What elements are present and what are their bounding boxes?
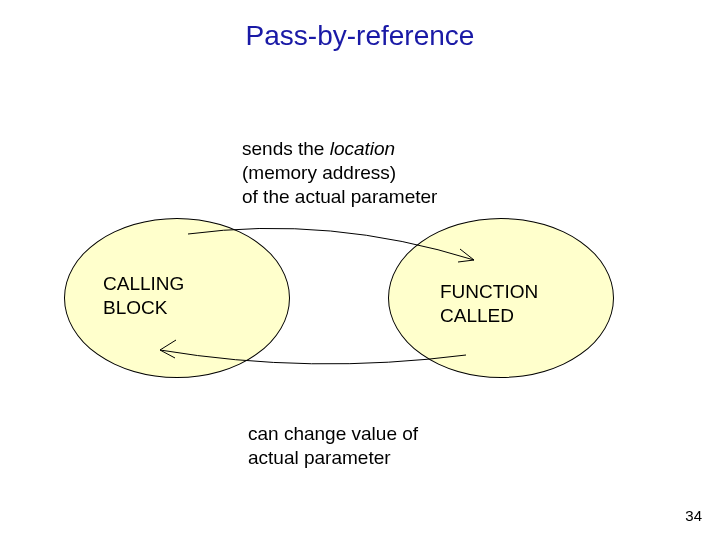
function-called-label-line2: CALLED xyxy=(440,304,538,328)
bottom-annotation: can change value of actual parameter xyxy=(248,422,418,470)
top-annotation-line3: of the actual parameter xyxy=(242,185,437,209)
calling-block-label: CALLING BLOCK xyxy=(103,272,184,320)
calling-block-label-line1: CALLING xyxy=(103,272,184,296)
top-annotation-line1b: location xyxy=(330,138,396,159)
page-number: 34 xyxy=(685,507,702,524)
function-called-label-line1: FUNCTION xyxy=(440,280,538,304)
top-annotation-line1a: sends the xyxy=(242,138,330,159)
function-called-label: FUNCTION CALLED xyxy=(440,280,538,328)
top-annotation-line2: (memory address) xyxy=(242,161,437,185)
top-annotation: sends the location (memory address) of t… xyxy=(242,137,437,208)
bottom-annotation-line2: actual parameter xyxy=(248,446,418,470)
slide-title: Pass-by-reference xyxy=(0,20,720,52)
bottom-annotation-line1: can change value of xyxy=(248,422,418,446)
top-annotation-line1: sends the location xyxy=(242,137,437,161)
calling-block-label-line2: BLOCK xyxy=(103,296,184,320)
